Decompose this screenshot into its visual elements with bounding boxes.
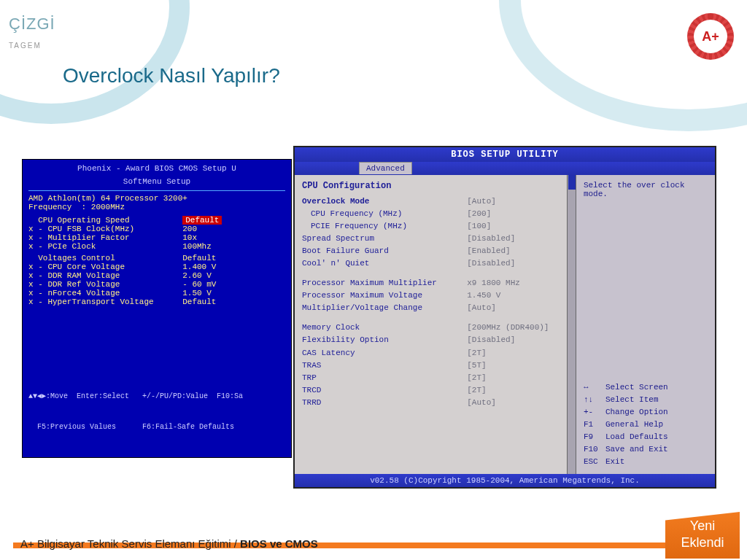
bios-setting-row[interactable]: Memory Clock[200MHz (DDR400)] bbox=[302, 322, 568, 334]
logo-main: ÇİZGİ bbox=[9, 15, 55, 33]
bios-setting-row[interactable]: Spread Spectrum[Disabled] bbox=[302, 233, 568, 245]
key-hint: ↔Select Screen bbox=[584, 381, 709, 394]
bios-row: x - nForce4 Voltage1.50 V bbox=[28, 289, 285, 298]
key-hint: ESCExit bbox=[584, 456, 709, 468]
phoenix-footer: ▲▼◄►:Move Enter:Select +/-/PU/PD:Value F… bbox=[28, 371, 285, 453]
key-hint: F1General Help bbox=[584, 419, 709, 431]
tab-advanced[interactable]: Advanced bbox=[359, 162, 412, 174]
ami-title: BIOS SETUP UTILITY bbox=[295, 147, 715, 162]
key-hint: ↑↓Select Item bbox=[584, 394, 709, 406]
ami-section-title: CPU Configuration bbox=[302, 181, 568, 191]
bios-row: x - CPU FSB Clock(MHz)200 bbox=[28, 225, 285, 233]
bios-row: Voltages ControlDefault bbox=[28, 254, 285, 262]
new-badge: YeniEklendi bbox=[665, 512, 740, 559]
bios-row: x - PCIe Clock100Mhz bbox=[28, 242, 285, 251]
bios-setting-row[interactable]: TRP[2T] bbox=[302, 372, 568, 384]
key-hint: F10Save and Exit bbox=[584, 443, 709, 456]
bios-row: x - HyperTransport VoltageDefault bbox=[28, 298, 285, 306]
key-hint: F9Load Defaults bbox=[584, 431, 709, 443]
key-hint: +-Change Option bbox=[584, 406, 709, 419]
aplus-badge-icon: A+ bbox=[687, 13, 734, 60]
ami-bios-screenshot: BIOS SETUP UTILITY Advanced CPU Configur… bbox=[293, 146, 716, 489]
bios-row: x - DDR Ref Voltage- 60 mV bbox=[28, 280, 285, 289]
bios-setting-row[interactable]: Processor Maximum Voltage1.450 V bbox=[302, 289, 568, 302]
bios-setting-row[interactable]: CPU Frequency (MHz)[200] bbox=[302, 208, 568, 220]
bios-setting-row[interactable]: Cool' n' Quiet[Disabled] bbox=[302, 257, 568, 270]
bios-row: x - CPU Core Voltage1.400 V bbox=[28, 262, 285, 271]
bios-setting-row[interactable]: Multiplier/Voltage Change[Auto] bbox=[302, 302, 568, 314]
ami-right-panel: Select the over clock mode. ↔Select Scre… bbox=[576, 175, 715, 474]
scrollbar[interactable] bbox=[567, 175, 576, 474]
bios-setting-row[interactable]: Overclock Mode[Auto] bbox=[302, 195, 568, 208]
phoenix-header1: Phoenix - Award BIOS CMOS Setup U bbox=[28, 164, 285, 173]
bios-setting-row[interactable]: TRAS[5T] bbox=[302, 359, 568, 372]
bios-row: CPU Operating SpeedDefault bbox=[28, 216, 285, 225]
bios-setting-row[interactable]: Boot Failure Guard[Enabled] bbox=[302, 245, 568, 257]
ami-tabbar: Advanced bbox=[295, 162, 715, 175]
bottom-text: A+ Bilgisayar Teknik Servis Elemanı Eğit… bbox=[20, 537, 318, 550]
cpu-model: AMD Athlon(tm) 64 Processor 3200+ bbox=[28, 194, 187, 203]
ami-copyright: v02.58 (C)Copyright 1985-2004, American … bbox=[295, 474, 715, 487]
logo-sub: TAGEM bbox=[9, 42, 42, 50]
bios-setting-row[interactable]: TRCD[2T] bbox=[302, 384, 568, 397]
phoenix-bios-screenshot: Phoenix - Award BIOS CMOS Setup U SoftMe… bbox=[22, 159, 292, 458]
bios-row: x - DDR RAM Voltage2.60 V bbox=[28, 271, 285, 280]
bios-setting-row[interactable]: PCIE Frequency (MHz)[100] bbox=[302, 220, 568, 233]
logo: ÇİZGİ TAGEM bbox=[9, 15, 55, 52]
cpu-freq: Frequency : 2000MHz bbox=[28, 203, 182, 211]
slide-title: Overclock Nasıl Yapılır? bbox=[63, 64, 280, 88]
bottom-bar: A+ Bilgisayar Teknik Servis Elemanı Eğit… bbox=[0, 531, 747, 560]
bios-row: x - Multiplier Factor10x bbox=[28, 233, 285, 242]
bios-setting-row[interactable]: Flexibility Option[Disabled] bbox=[302, 334, 568, 346]
help-text: Select the over clock mode. bbox=[584, 181, 708, 198]
aplus-text: A+ bbox=[694, 20, 727, 53]
key-legend: ↔Select Screen↑↓Select Item+-Change Opti… bbox=[584, 381, 709, 468]
bios-setting-row[interactable]: TRRD[Auto] bbox=[302, 397, 568, 409]
bios-setting-row[interactable]: CAS Latency[2T] bbox=[302, 347, 568, 359]
bios-setting-row[interactable]: Processor Maximum Multiplierx9 1800 MHz bbox=[302, 277, 568, 289]
phoenix-header2: SoftMenu Setup bbox=[28, 177, 285, 186]
ami-left-panel: CPU Configuration Overclock Mode[Auto]CP… bbox=[295, 175, 576, 474]
